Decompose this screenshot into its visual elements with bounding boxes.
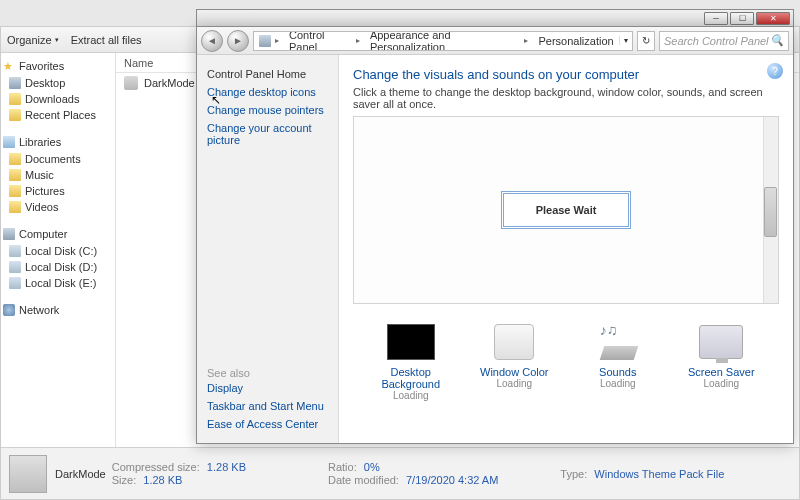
folder-icon: [9, 201, 21, 213]
breadcrumb-dropdown[interactable]: ▾: [619, 36, 632, 45]
nav-desktop[interactable]: Desktop: [1, 75, 115, 91]
computer-header[interactable]: Computer: [1, 225, 115, 243]
scrollbar-thumb[interactable]: [764, 187, 777, 237]
control-panel-window: ◄ ► ▸ Control Panel▸ Appearance and Pers…: [196, 26, 794, 444]
nav-documents[interactable]: Documents: [1, 151, 115, 167]
search-icon: 🔍: [770, 34, 784, 47]
file-name: DarkMode: [144, 77, 195, 89]
folder-icon: [9, 153, 21, 165]
extract-all-button[interactable]: Extract all files: [71, 34, 142, 46]
screen-saver-tile[interactable]: Screen Saver Loading: [673, 324, 769, 401]
breadcrumb-seg[interactable]: Personalization: [533, 35, 618, 47]
nav-pictures[interactable]: Pictures: [1, 183, 115, 199]
drive-icon: [9, 245, 21, 257]
see-also-display[interactable]: Display: [207, 379, 328, 397]
folder-icon: [9, 185, 21, 197]
nav-downloads[interactable]: Downloads: [1, 91, 115, 107]
status-bar: DarkMode Compressed size: 1.28 KB Size: …: [1, 447, 799, 499]
minimize-button[interactable]: ─: [704, 12, 728, 25]
nav-music[interactable]: Music: [1, 167, 115, 183]
main-content: Change the visuals and sounds on your co…: [339, 55, 793, 443]
see-also-taskbar[interactable]: Taskbar and Start Menu: [207, 397, 328, 415]
folder-icon: [9, 169, 21, 181]
breadcrumb[interactable]: ▸ Control Panel▸ Appearance and Personal…: [253, 31, 633, 51]
desktop-background-icon: [387, 324, 435, 360]
libraries-icon: [3, 136, 15, 148]
favorites-header[interactable]: ★Favorites: [1, 57, 115, 75]
drive-icon: [9, 277, 21, 289]
desktop-icon: [9, 77, 21, 89]
computer-icon: [3, 228, 15, 240]
page-subtext: Click a theme to change the desktop back…: [353, 86, 779, 110]
change-desktop-icons-link[interactable]: Change desktop icons: [207, 83, 328, 101]
maximize-button[interactable]: ☐: [730, 12, 754, 25]
network-icon: [3, 304, 15, 316]
tasks-pane: Control Panel Home ↖ Change desktop icon…: [197, 55, 339, 443]
search-placeholder: Search Control Panel: [664, 35, 769, 47]
nav-pane: ★Favorites Desktop Downloads Recent Plac…: [1, 53, 116, 473]
control-panel-home-link[interactable]: Control Panel Home: [207, 65, 328, 83]
libraries-header[interactable]: Libraries: [1, 133, 115, 151]
themes-list[interactable]: Please Wait: [353, 116, 779, 304]
window-titlebar[interactable]: ─ ☐ ✕: [196, 9, 794, 27]
nav-recent[interactable]: Recent Places: [1, 107, 115, 123]
drive-icon: [9, 261, 21, 273]
address-bar-row: ◄ ► ▸ Control Panel▸ Appearance and Pers…: [197, 27, 793, 55]
nav-videos[interactable]: Videos: [1, 199, 115, 215]
change-mouse-pointers-link[interactable]: Change mouse pointers: [207, 101, 328, 119]
nav-forward-button[interactable]: ►: [227, 30, 249, 52]
status-filename: DarkMode: [55, 468, 106, 480]
organize-button[interactable]: Organize▾: [7, 34, 59, 46]
window-color-tile[interactable]: Window Color Loading: [466, 324, 562, 401]
nav-drive-c[interactable]: Local Disk (C:): [1, 243, 115, 259]
control-panel-icon: [259, 35, 271, 47]
folder-icon: [9, 93, 21, 105]
nav-drive-d[interactable]: Local Disk (D:): [1, 259, 115, 275]
nav-back-button[interactable]: ◄: [201, 30, 223, 52]
breadcrumb-seg[interactable]: Control Panel▸: [284, 31, 365, 51]
breadcrumb-seg[interactable]: Appearance and Personalization▸: [365, 31, 534, 51]
nav-drive-e[interactable]: Local Disk (E:): [1, 275, 115, 291]
window-color-icon: [494, 324, 534, 360]
please-wait-dialog: Please Wait: [501, 191, 631, 229]
settings-tiles: Desktop Background Loading Window Color …: [353, 324, 779, 401]
star-icon: ★: [3, 60, 13, 73]
network-header[interactable]: Network: [1, 301, 115, 319]
change-account-picture-link[interactable]: Change your account picture: [207, 119, 328, 149]
status-thumbnail: [9, 455, 47, 493]
themepack-icon: [124, 76, 138, 90]
refresh-button[interactable]: ↻: [637, 31, 655, 51]
close-button[interactable]: ✕: [756, 12, 790, 25]
page-title: Change the visuals and sounds on your co…: [353, 67, 779, 82]
desktop-background-tile[interactable]: Desktop Background Loading: [363, 324, 459, 401]
sounds-tile[interactable]: Sounds Loading: [570, 324, 666, 401]
see-also-label: See also: [207, 367, 328, 379]
folder-icon: [9, 109, 21, 121]
sounds-icon: [594, 324, 642, 360]
search-input[interactable]: Search Control Panel 🔍: [659, 31, 789, 51]
screen-saver-icon: [699, 325, 743, 359]
see-also-ease[interactable]: Ease of Access Center: [207, 415, 328, 433]
